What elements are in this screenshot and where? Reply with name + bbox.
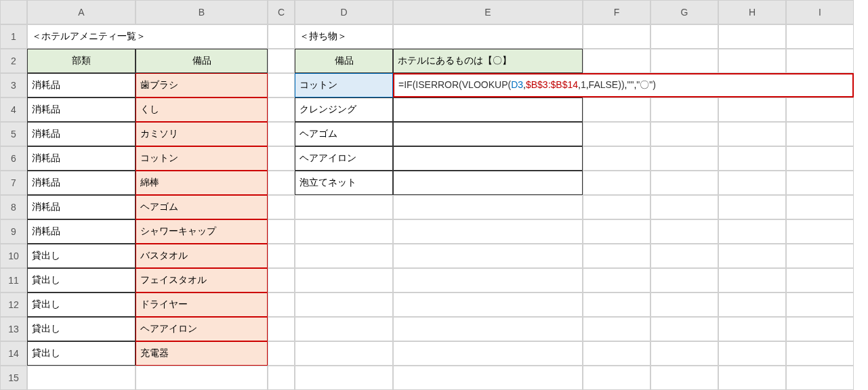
cell-A9[interactable]: 消耗品 [27, 219, 136, 244]
cell-G6[interactable] [650, 146, 718, 171]
cell-G10[interactable] [650, 244, 718, 268]
cell-E8[interactable] [393, 195, 583, 219]
cell-F1[interactable] [583, 24, 650, 49]
cell-G1[interactable] [650, 24, 718, 49]
cell-F8[interactable] [583, 195, 650, 219]
cell-G8[interactable] [650, 195, 718, 219]
cell-H5[interactable] [718, 122, 786, 146]
cell-G15[interactable] [650, 366, 718, 390]
cell-E9[interactable] [393, 219, 583, 244]
cell-I2[interactable] [786, 49, 854, 73]
row-header-2[interactable]: 2 [0, 49, 27, 73]
cell-C15[interactable] [268, 366, 295, 390]
cell-D9[interactable] [295, 219, 393, 244]
cell-E5[interactable] [393, 122, 583, 146]
cell-D8[interactable] [295, 195, 393, 219]
cell-G4[interactable] [650, 98, 718, 122]
cell-F2[interactable] [583, 49, 650, 73]
spreadsheet-grid[interactable]: A B C D E F G H I 1 ＜ホテルアメニティ一覧＞ ＜持ち物＞ 2… [0, 0, 868, 390]
cell-D1[interactable]: ＜持ち物＞ [295, 24, 393, 49]
cell-I10[interactable] [786, 244, 854, 268]
cell-F14[interactable] [583, 341, 650, 366]
cell-H15[interactable] [718, 366, 786, 390]
cell-D13[interactable] [295, 317, 393, 341]
cell-E7[interactable] [393, 171, 583, 195]
cell-A6[interactable]: 消耗品 [27, 146, 136, 171]
cell-I5[interactable] [786, 122, 854, 146]
cell-B13[interactable]: ヘアアイロン [136, 317, 268, 341]
cell-C1[interactable] [268, 24, 295, 49]
cell-D3[interactable]: コットン [295, 73, 393, 98]
cell-I14[interactable] [786, 341, 854, 366]
col-header-D[interactable]: D [295, 0, 393, 24]
cell-C14[interactable] [268, 341, 295, 366]
cell-B5[interactable]: カミソリ [136, 122, 268, 146]
cell-C12[interactable] [268, 292, 295, 317]
row-header-3[interactable]: 3 [0, 73, 27, 98]
cell-G7[interactable] [650, 171, 718, 195]
cell-I12[interactable] [786, 292, 854, 317]
cell-I13[interactable] [786, 317, 854, 341]
row-header-12[interactable]: 12 [0, 292, 27, 317]
cell-B8[interactable]: ヘアゴム [136, 195, 268, 219]
cell-E12[interactable] [393, 292, 583, 317]
cell-E11[interactable] [393, 268, 583, 292]
row-header-5[interactable]: 5 [0, 122, 27, 146]
cell-H8[interactable] [718, 195, 786, 219]
cell-E10[interactable] [393, 244, 583, 268]
cell-D5[interactable]: ヘアゴム [295, 122, 393, 146]
cell-D14[interactable] [295, 341, 393, 366]
cell-I7[interactable] [786, 171, 854, 195]
col-header-A[interactable]: A [27, 0, 136, 24]
cell-A4[interactable]: 消耗品 [27, 98, 136, 122]
cell-I15[interactable] [786, 366, 854, 390]
row-header-14[interactable]: 14 [0, 341, 27, 366]
cell-H9[interactable] [718, 219, 786, 244]
cell-A5[interactable]: 消耗品 [27, 122, 136, 146]
row-header-7[interactable]: 7 [0, 171, 27, 195]
cell-F7[interactable] [583, 171, 650, 195]
cell-I11[interactable] [786, 268, 854, 292]
row-header-11[interactable]: 11 [0, 268, 27, 292]
cell-B12[interactable]: ドライヤー [136, 292, 268, 317]
cell-F5[interactable] [583, 122, 650, 146]
cell-D12[interactable] [295, 292, 393, 317]
cell-F12[interactable] [583, 292, 650, 317]
cell-H11[interactable] [718, 268, 786, 292]
cell-C13[interactable] [268, 317, 295, 341]
cell-I8[interactable] [786, 195, 854, 219]
cell-D10[interactable] [295, 244, 393, 268]
cell-F11[interactable] [583, 268, 650, 292]
cell-A3[interactable]: 消耗品 [27, 73, 136, 98]
cell-C3[interactable] [268, 73, 295, 98]
cell-E2[interactable]: ホテルにあるものは【〇】 [393, 49, 583, 73]
cell-I6[interactable] [786, 146, 854, 171]
cell-H10[interactable] [718, 244, 786, 268]
cell-H6[interactable] [718, 146, 786, 171]
cell-D7[interactable]: 泡立てネット [295, 171, 393, 195]
cell-F4[interactable] [583, 98, 650, 122]
cell-G9[interactable] [650, 219, 718, 244]
cell-F6[interactable] [583, 146, 650, 171]
cell-F10[interactable] [583, 244, 650, 268]
cell-G5[interactable] [650, 122, 718, 146]
cell-A15[interactable] [27, 366, 136, 390]
cell-H13[interactable] [718, 317, 786, 341]
cell-A7[interactable]: 消耗品 [27, 171, 136, 195]
row-header-13[interactable]: 13 [0, 317, 27, 341]
cell-D4[interactable]: クレンジング [295, 98, 393, 122]
cell-A11[interactable]: 貸出し [27, 268, 136, 292]
cell-B10[interactable]: バスタオル [136, 244, 268, 268]
cell-C7[interactable] [268, 171, 295, 195]
cell-D2[interactable]: 備品 [295, 49, 393, 73]
cell-I1[interactable] [786, 24, 854, 49]
cell-F9[interactable] [583, 219, 650, 244]
cell-A14[interactable]: 貸出し [27, 341, 136, 366]
cell-H4[interactable] [718, 98, 786, 122]
cell-B4[interactable]: くし [136, 98, 268, 122]
cell-B14[interactable]: 充電器 [136, 341, 268, 366]
row-header-1[interactable]: 1 [0, 24, 27, 49]
col-header-B[interactable]: B [136, 0, 268, 24]
cell-G12[interactable] [650, 292, 718, 317]
cell-H12[interactable] [718, 292, 786, 317]
